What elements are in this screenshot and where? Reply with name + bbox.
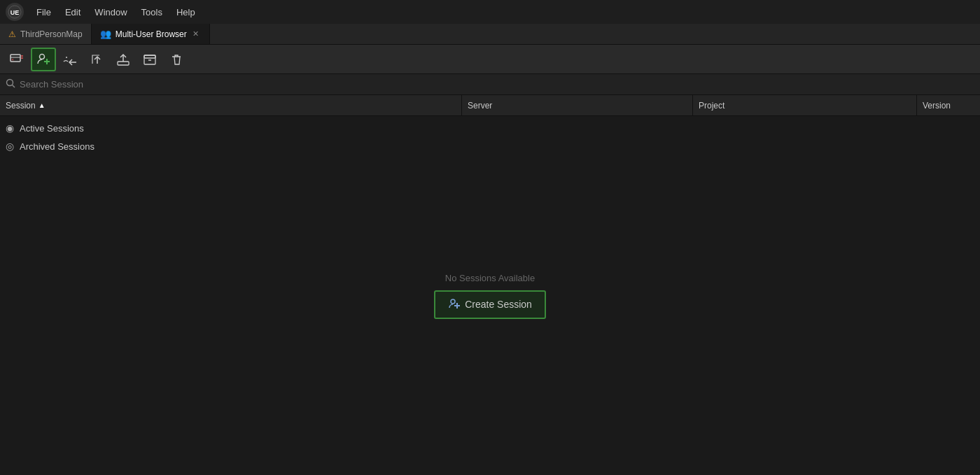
col-label-server: Server: [468, 101, 492, 111]
create-session-icon: [448, 297, 461, 312]
menu-file[interactable]: File: [29, 4, 58, 20]
tabs-bar: ⚠ ThirdPersonMap 👥 Multi-User Browser ✕: [0, 24, 980, 45]
tab-warn-icon: ⚠: [8, 29, 16, 39]
menu-window[interactable]: Window: [88, 4, 134, 20]
menu-tools[interactable]: Tools: [134, 4, 169, 20]
svg-point-20: [451, 299, 455, 304]
restore-button[interactable]: [137, 48, 162, 71]
tab-multiuserbrowser[interactable]: 👥 Multi-User Browser ✕: [92, 24, 210, 44]
create-session-toolbar-button[interactable]: [31, 48, 56, 71]
create-session-button[interactable]: Create Session: [434, 290, 546, 319]
svg-text:UE: UE: [10, 9, 20, 16]
search-bar: [0, 74, 980, 95]
no-sessions-message: No Sessions Available: [445, 273, 535, 283]
svg-rect-14: [118, 62, 129, 65]
menu-help[interactable]: Help: [169, 4, 202, 20]
svg-point-7: [40, 54, 45, 59]
delete-button[interactable]: [164, 48, 189, 71]
menu-bar: File Edit Window Tools Help: [29, 4, 202, 20]
svg-rect-16: [144, 55, 155, 58]
col-label-version: Version: [923, 101, 951, 111]
svg-text:✕: ✕: [11, 57, 14, 62]
archive-button[interactable]: [111, 48, 136, 71]
tab-thirdpersonmap[interactable]: ⚠ ThirdPersonMap: [0, 24, 92, 44]
tab-user-icon: 👥: [100, 29, 111, 39]
svg-line-19: [13, 85, 15, 88]
table-header: Session ▲ Server Project Version: [0, 95, 980, 116]
search-icon: [6, 78, 15, 90]
create-session-label: Create Session: [465, 299, 532, 310]
col-header-session[interactable]: Session ▲: [0, 95, 462, 115]
leave-session-button[interactable]: [84, 48, 109, 71]
search-input[interactable]: [20, 79, 974, 90]
toolbar: ✕: [0, 45, 980, 74]
main-area: ◉ Active Sessions ◎ Archived Sessions No…: [0, 116, 980, 475]
tab-close-button[interactable]: ✕: [191, 29, 201, 39]
svg-point-10: [66, 57, 67, 58]
tab-label-thirdpersonmap: ThirdPersonMap: [20, 29, 83, 39]
disconnect-button[interactable]: ✕: [4, 48, 29, 71]
sort-arrow-session: ▲: [38, 101, 46, 109]
menu-edit[interactable]: Edit: [58, 4, 88, 20]
col-header-version[interactable]: Version: [917, 95, 980, 115]
col-header-server[interactable]: Server: [462, 95, 693, 115]
col-label-project: Project: [699, 101, 724, 111]
title-bar: UE File Edit Window Tools Help: [0, 0, 980, 24]
ue-logo: UE: [6, 3, 24, 21]
tab-label-multiuserbrowser: Multi-User Browser: [115, 29, 187, 39]
col-header-project[interactable]: Project: [693, 95, 917, 115]
col-label-session: Session: [6, 101, 36, 111]
join-session-button[interactable]: [57, 48, 83, 71]
svg-point-18: [7, 80, 13, 86]
empty-state: No Sessions Available Create Session: [0, 116, 980, 475]
